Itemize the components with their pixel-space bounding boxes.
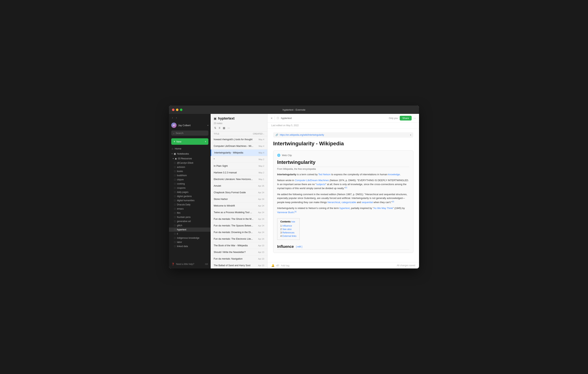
note-row-selected[interactable]: Intertwingularity - Wikipedia May 4 [211,150,267,156]
nb-item-linked-data[interactable]: ☐ linked data [169,244,211,248]
nb-item-emacs[interactable]: ☐ emacs [169,207,211,211]
nb-item-fountain-pens[interactable]: ☐ fountain pens [169,215,211,219]
nb-item-daily-pages[interactable]: ☐ daily pages [169,190,211,194]
close-button[interactable] [172,108,174,111]
avatar: JC [171,123,177,128]
edit-link[interactable]: [ edit ] [296,245,302,248]
contents-references-link[interactable]: References [282,231,294,234]
sidebar-item-home[interactable]: ⌂ Home [169,146,211,151]
sort-icon[interactable]: ⇅ [214,126,217,130]
note-icon: ☐ [174,174,176,177]
minimize-button[interactable] [176,108,178,111]
note-row[interactable]: Fun da mentals: Drowning in the Di... Ap… [211,229,267,236]
notebooks-label: Notebooks [177,152,189,155]
tab-label: hyptertext [281,117,387,119]
knowledge-link[interactable]: knowledge [388,173,400,176]
note-row[interactable]: Chapbook Story Format Guide Apr 24 [211,189,267,196]
search-bar[interactable]: ⌕ Search [171,130,208,136]
note-row[interactable]: * May 2 [211,156,267,163]
note-row[interactable]: Welcome to Windrift Apr 24 [211,203,267,209]
view-icon[interactable]: ▦ [222,126,226,130]
note-row[interactable]: Fun da mentals: The Ghost in the M... Ap… [211,216,267,223]
note-row[interactable]: Amulet Apr 25 [211,183,267,189]
nb-item-hypertext[interactable]: ☐ hypertext [169,227,211,232]
note-title: Twine as a Process Modeling Tool ... [214,211,257,214]
note-row[interactable]: Twine as a Process Modeling Tool ... Apr… [211,209,267,216]
note-row[interactable]: Harlowe 3.2.3 manual May 2 [211,169,267,176]
nb-item-digital-gardens[interactable]: ☐ digital gardens [169,194,211,198]
close-tab-button[interactable]: ✕ [271,117,273,120]
subjects-link[interactable]: subjects [316,183,326,186]
hierarchical-link[interactable]: hierarchical [327,201,340,204]
more-options-icon[interactable]: ··· [227,126,230,130]
contents-see-also-link[interactable]: See also [282,228,292,231]
note-row[interactable]: The Book of the War - Wikipedia Apr 23 [211,242,267,249]
ted-nelson-link[interactable]: Ted Nelson [318,173,331,176]
nb-item-dracula-daily[interactable]: ☐ Dracula Daily [169,203,211,207]
new-button[interactable]: + New ▾ [171,138,208,145]
computer-lib-link[interactable]: Computer Lib/Dream Machines [295,179,329,182]
note-row[interactable]: Electronic Literature: New Horizons... M… [211,176,267,183]
col-headers: TITLE CREATED ↓ [211,131,267,136]
nb-item-indigenous-knowledge[interactable]: ☐ indigenous knowledge [169,236,211,240]
vannevar-bush-link[interactable]: Vannevar Bush [277,211,294,214]
filter-icon[interactable]: ⧖ [218,126,221,130]
note-row[interactable]: Fun da mentals: Navigation Apr 23 [211,256,267,262]
nb-item-carolyn[interactable]: ☐ @Carolyn Elliott [169,161,211,165]
nb-item-generative-art[interactable]: ☐ generative art [169,219,211,223]
nb-item-ii[interactable]: ☐ ii [169,232,211,236]
tag-icon[interactable]: 🏷 [276,264,279,267]
note-row[interactable]: Fun da mentals: The Electronic Lite... A… [211,236,267,242]
url-bar[interactable]: 🔗 https://en.wikipedia.org/wiki/Intertwi… [273,132,413,138]
note-title: Welcome to Windrift [214,204,257,207]
webclip-box: 🌐 Web Clip Intertwingularity From Wikipe… [273,150,413,253]
article-paragraph-3: He added the following comment in the re… [277,192,409,205]
forward-arrow[interactable]: › [175,116,178,119]
note-row[interactable]: howard rheingold's | tools for thought M… [211,136,267,143]
note-row[interactable]: Fun da mentals: The Spaces Betwe... Apr … [211,223,267,229]
user-section[interactable]: JC Jay Colbert ▾ [169,121,211,129]
note-row[interactable]: The Ballad of Sand and Harry Soot Apr 23 [211,262,267,268]
nb-item-activism[interactable]: ☐ activism [169,165,211,169]
notebooks-icon: ▣ [174,152,176,155]
maximize-button[interactable] [180,108,182,111]
nb-item-digital-humanities[interactable]: ☐ digital humanities [169,198,211,203]
nb-label: Dracula Daily [177,203,190,206]
note-date: Apr 24 [258,198,264,200]
note-row[interactable]: Should I Write the Newsletter? Apr 23 [211,249,267,256]
note-row[interactable]: Stone Harbor Apr 24 [211,196,267,203]
nb-item-coupons[interactable]: ☐ coupons [169,186,211,190]
window-title: hyptertext - Evernote [283,108,305,111]
sequential-link[interactable]: sequential [362,201,373,204]
nb-item-labor[interactable]: ☐ labor [169,240,211,244]
help-section[interactable]: ❓ Need a little help? ⌨ [169,261,211,267]
nb-item-books[interactable]: ☐ books [169,169,211,173]
contents-hide-button[interactable]: hide [291,221,295,223]
nb-item-cooking[interactable]: ☐ cooking [169,182,211,186]
add-tag-input[interactable]: Add tag [281,264,395,267]
note-title: Fun da mentals: Drowning in the Di... [214,231,257,234]
nb-label: coupons [177,187,185,189]
nb-item-glitch[interactable]: ☐ glitch [169,223,211,227]
note-title: The Book of the War - Wikipedia [214,244,257,247]
note-icon: ☐ [174,220,176,223]
note-row[interactable]: In Plain Sight May 2 [211,163,267,169]
nb-item-film[interactable]: ☐ film [169,211,211,215]
bell-icon[interactable]: 🔔 [271,264,274,267]
hypertext-link[interactable]: hypertext [339,207,349,210]
notebooks-section[interactable]: ▾ ▣ Notebooks [169,151,211,156]
resources-section[interactable]: ▾ ▣ 03 Resources [169,156,211,161]
share-button[interactable]: Share [400,116,412,120]
nav-arrows: ‹ › [169,114,211,121]
nb-item-clojure[interactable]: ☐ clojure [169,178,211,182]
note-row[interactable]: Computer Lib/Dream Machines - Wi... May … [211,143,267,150]
back-arrow[interactable]: ‹ [171,116,174,119]
contents-influence-link[interactable]: Influence [282,224,292,227]
categorizable-link[interactable]: categorizable [342,201,356,204]
notes-count: 23 notes [214,122,264,125]
more-options-button[interactable]: ··· [414,117,416,120]
contents-external-links-link[interactable]: External links [282,235,296,237]
note-date: Apr 25 [258,185,264,187]
as-we-may-think-link[interactable]: As We May Think [374,207,393,210]
nb-item-buddhism[interactable]: ☐ buddhism [169,173,211,178]
